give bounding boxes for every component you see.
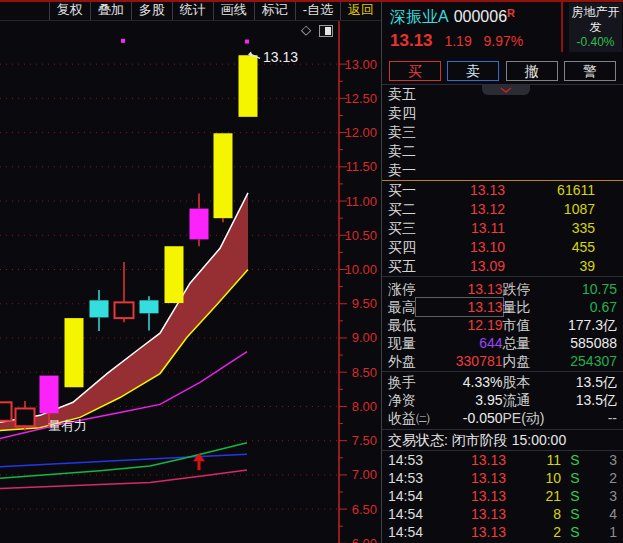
trade-time: 14:53	[388, 469, 436, 487]
alert-button[interactable]: 警	[564, 61, 616, 81]
trade-row: 14:5313.1311S3	[382, 451, 623, 469]
chevron-down-icon	[500, 87, 512, 93]
trade-row: 14:5413.132S1	[382, 523, 623, 541]
sector-name: 房地产开发	[569, 5, 622, 35]
ask-row[interactable]: 卖三	[382, 123, 623, 142]
sector-change: -0.40%	[569, 35, 622, 50]
trade-volume: 8	[506, 505, 561, 523]
sector-tag[interactable]: 房地产开发 -0.40%	[569, 3, 622, 52]
stat-label: 股本	[503, 373, 531, 391]
book-volume	[505, 123, 595, 142]
diamond-marker-icon[interactable]: ◇	[301, 23, 311, 36]
trade-time: 14:54	[388, 505, 436, 523]
stat-value: 254307	[531, 352, 618, 370]
stat-row: 最低12.19市值177.3亿	[382, 316, 623, 334]
trade-side: S	[561, 523, 589, 541]
candlestick-chart[interactable]: 13.0012.5012.0011.5011.0010.5010.009.509…	[0, 0, 381, 543]
stat-cell: 净资3.95	[388, 391, 503, 409]
stat-cell: 外盘330781	[388, 352, 503, 370]
bid-row[interactable]: 买一13.1361611	[382, 181, 623, 200]
svg-text:12.50: 12.50	[344, 91, 377, 106]
svg-text:6.00: 6.00	[352, 536, 377, 543]
stat-value: 330781	[416, 352, 503, 370]
buy-button[interactable]: 买	[389, 61, 441, 81]
stat-label: 内盘	[503, 352, 531, 370]
trade-price: 13.13	[436, 487, 506, 505]
book-level-label: 买一	[388, 181, 430, 200]
stat-label: 涨停	[388, 280, 416, 298]
order-book: 卖五卖四卖三卖二卖一 买一13.1361611买二13.121087买三13.1…	[382, 85, 623, 277]
trade-time: 14:53	[388, 451, 436, 469]
book-volume	[505, 104, 595, 123]
svg-text:8.50: 8.50	[352, 365, 377, 380]
book-level-label: 买三	[388, 219, 430, 238]
bid-row[interactable]: 买五13.0939	[382, 257, 623, 276]
svg-text:13.13: 13.13	[263, 49, 298, 65]
stat-value: 12.19	[416, 316, 503, 334]
price-change: 1.19	[444, 33, 471, 49]
stat-value: 10.75	[531, 280, 618, 298]
collapse-book-tab[interactable]	[482, 85, 530, 95]
stat-value: 4.33%	[416, 373, 503, 391]
stat-cell: 换手4.33%	[388, 373, 503, 391]
stat-row: 现量644总量585088	[382, 334, 623, 352]
trade-side: S	[561, 451, 589, 469]
trade-count: 2	[589, 469, 617, 487]
svg-text:8.00: 8.00	[352, 399, 377, 414]
stat-cell: 总量585088	[503, 334, 618, 352]
trade-price: 13.13	[436, 469, 506, 487]
svg-text:7.00: 7.00	[352, 467, 377, 482]
margin-flag: R	[507, 7, 515, 19]
stat-label: 最高	[388, 298, 416, 316]
stats-grid: 涨停13.13跌停10.75最高13.13量比0.67最低12.19市值177.…	[382, 277, 623, 430]
cancel-order-button[interactable]: 撤	[506, 61, 558, 81]
stat-label: 总量	[503, 334, 531, 352]
trade-price: 13.13	[436, 505, 506, 523]
stat-cell: 量比0.67	[503, 298, 618, 316]
book-volume: 455	[505, 238, 595, 257]
trade-row: 14:5413.1321S3	[382, 487, 623, 505]
stat-label: 最低	[388, 316, 416, 334]
svg-text:10.50: 10.50	[344, 228, 377, 243]
book-price: 13.10	[430, 238, 505, 257]
stat-cell: 跌停10.75	[503, 280, 618, 298]
stat-value: 3.95	[416, 391, 503, 409]
sell-button[interactable]: 卖	[447, 61, 499, 81]
trade-volume: 10	[506, 469, 561, 487]
svg-text:11.50: 11.50	[345, 159, 377, 174]
book-price	[430, 142, 505, 161]
book-level-label: 卖二	[388, 142, 430, 161]
bid-row[interactable]: 买四13.10455	[382, 238, 623, 257]
stat-cell: PE(动)--	[503, 409, 618, 427]
stat-label: 净资	[388, 391, 416, 409]
trade-price: 13.13	[436, 451, 506, 469]
bid-row[interactable]: 买二13.121087	[382, 200, 623, 219]
svg-text:9.50: 9.50	[352, 296, 377, 311]
book-level-label: 卖三	[388, 123, 430, 142]
stat-label: 流通	[503, 391, 531, 409]
stock-name[interactable]: 深振业A	[390, 8, 449, 25]
book-price: 13.12	[430, 200, 505, 219]
split-pane-icon[interactable]	[319, 25, 333, 37]
trade-volume: 21	[506, 487, 561, 505]
last-price: 13.13	[390, 31, 433, 50]
bid-row[interactable]: 买三13.11335	[382, 219, 623, 238]
trade-side: S	[561, 487, 589, 505]
trade-side: S	[561, 505, 589, 523]
book-price: 13.09	[430, 257, 505, 276]
stock-code: 000006	[454, 8, 507, 25]
trade-count: 4	[589, 505, 617, 523]
stat-row: 换手4.33%股本13.5亿	[382, 373, 623, 391]
book-volume: 39	[505, 257, 595, 276]
book-level-label: 买五	[388, 257, 430, 276]
trading-status-value: 闭市阶段 15:00:00	[452, 432, 566, 448]
ask-row[interactable]: 卖一	[382, 161, 623, 180]
ask-row[interactable]: 卖四	[382, 104, 623, 123]
stat-value: 13.13	[416, 298, 503, 316]
trade-count: 3	[589, 451, 617, 469]
ask-row[interactable]: 卖二	[382, 142, 623, 161]
trade-row: 14:5313.1310S2	[382, 469, 623, 487]
stat-cell: 内盘254307	[503, 352, 618, 370]
stat-value: 13.5亿	[531, 391, 618, 409]
stat-label: 换手	[388, 373, 416, 391]
